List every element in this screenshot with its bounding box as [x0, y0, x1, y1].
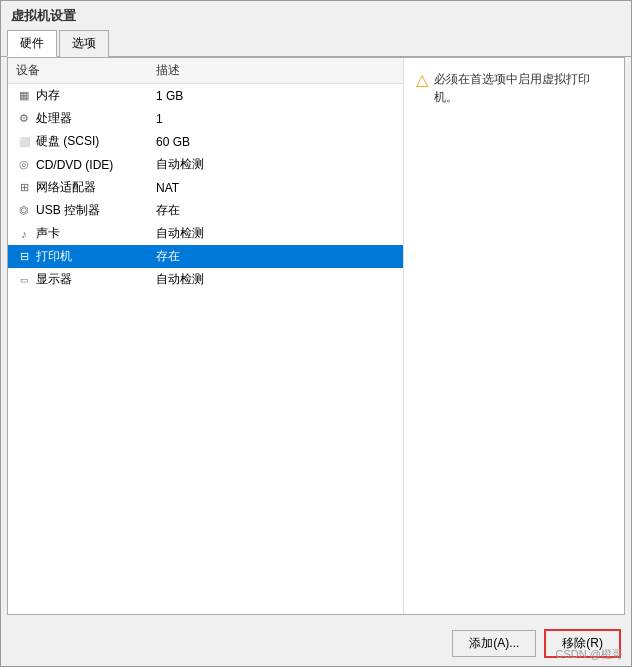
memory-icon [16, 88, 32, 104]
hdd-icon [16, 134, 32, 150]
device-table: 内存 1 GB 处理器 1 硬盘 (SCSI) 60 [8, 84, 403, 614]
cdrom-icon [16, 157, 32, 173]
warning-box: △ 必须在首选项中启用虚拟打印机。 [416, 70, 612, 106]
table-header: 设备 描述 [8, 58, 403, 84]
watermark: CSDN @橙哥 [556, 647, 623, 662]
table-row-printer[interactable]: 打印机 存在 [8, 245, 403, 268]
add-button[interactable]: 添加(A)... [452, 630, 536, 657]
right-panel: △ 必须在首选项中启用虚拟打印机。 [404, 58, 624, 614]
tab-hardware[interactable]: 硬件 [7, 30, 57, 57]
tab-bar: 硬件 选项 [1, 29, 631, 57]
table-row[interactable]: 声卡 自动检测 [8, 222, 403, 245]
title-bar: 虚拟机设置 [1, 1, 631, 29]
table-row[interactable]: 处理器 1 [8, 107, 403, 130]
left-panel: 设备 描述 内存 1 GB 处理器 1 [8, 58, 404, 614]
col-summary-header: 描述 [156, 62, 395, 79]
table-row[interactable]: CD/DVD (IDE) 自动检测 [8, 153, 403, 176]
table-row[interactable]: 显示器 自动检测 [8, 268, 403, 291]
cpu-icon [16, 111, 32, 127]
warning-text: 必须在首选项中启用虚拟打印机。 [434, 70, 612, 106]
table-row[interactable]: 网络适配器 NAT [8, 176, 403, 199]
network-icon [16, 180, 32, 196]
col-device-header: 设备 [16, 62, 156, 79]
display-icon [16, 272, 32, 288]
table-row[interactable]: USB 控制器 存在 [8, 199, 403, 222]
warning-icon: △ [416, 70, 428, 89]
usb-icon [16, 203, 32, 219]
window-title: 虚拟机设置 [11, 8, 76, 23]
table-row[interactable]: 内存 1 GB [8, 84, 403, 107]
main-content: 设备 描述 内存 1 GB 处理器 1 [7, 57, 625, 615]
bottom-bar: 添加(A)... 移除(R) [1, 621, 631, 666]
printer-icon [16, 249, 32, 265]
sound-icon [16, 226, 32, 242]
table-row[interactable]: 硬盘 (SCSI) 60 GB [8, 130, 403, 153]
tab-options[interactable]: 选项 [59, 30, 109, 57]
